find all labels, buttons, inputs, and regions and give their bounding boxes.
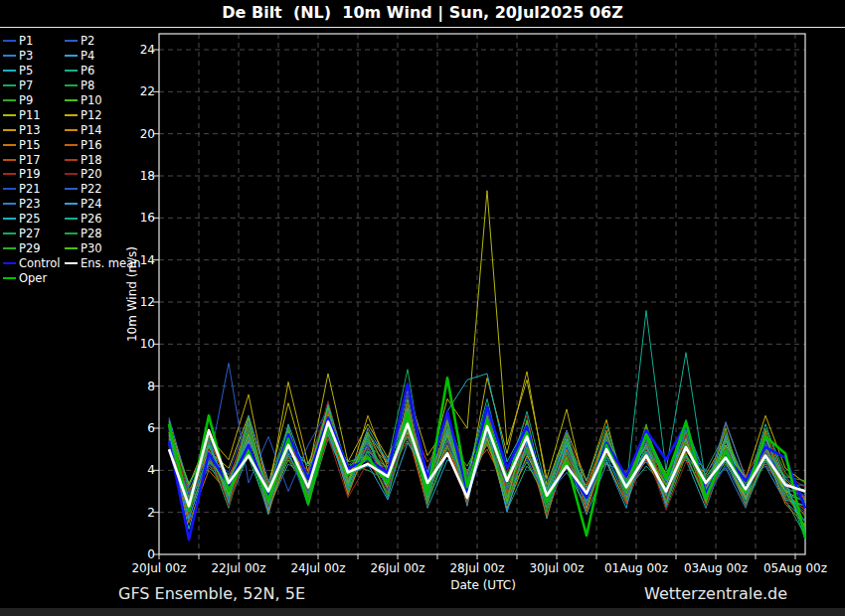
y-tick-label: 20 <box>123 127 155 141</box>
x-tick-label: 26Jul 00z <box>361 561 434 575</box>
y-tick-label: 2 <box>123 506 155 520</box>
y-tick-label: 12 <box>123 295 155 309</box>
site-credit-text: Wetterzentrale.de <box>644 584 787 603</box>
model-info-text: GFS Ensemble, 52N, 5E <box>118 584 305 603</box>
x-tick-label: 22Jul 00z <box>202 561 275 575</box>
x-tick-label: 05Aug 00z <box>759 561 832 575</box>
x-tick-label: 24Jul 00z <box>281 561 355 575</box>
x-tick-label: 30Jul 00z <box>520 561 593 575</box>
series-oper <box>169 378 805 538</box>
bottom-strip <box>0 608 845 616</box>
series-p7 <box>169 370 805 536</box>
y-tick-label: 6 <box>123 421 155 435</box>
y-tick-label: 4 <box>123 463 155 477</box>
x-tick-label: 01Aug 00z <box>599 561 673 575</box>
y-tick-label: 8 <box>123 380 155 393</box>
x-tick-label: 03Aug 00z <box>679 561 753 575</box>
meteogram-page: De Bilt (NL) 10m Wind | Sun, 20Jul2025 0… <box>0 0 845 616</box>
x-tick-label: 20Jul 00z <box>122 561 196 575</box>
x-axis-label: Date (UTC) <box>423 578 543 592</box>
y-tick-label: 22 <box>123 84 155 98</box>
y-tick-label: 14 <box>123 253 155 267</box>
series-p11 <box>169 191 805 502</box>
y-tick-label: 0 <box>123 547 155 561</box>
y-tick-label: 10 <box>123 337 155 351</box>
y-tick-label: 16 <box>123 211 155 225</box>
x-tick-label: 28Jul 00z <box>440 561 514 575</box>
y-tick-label: 24 <box>123 43 155 57</box>
y-tick-label: 18 <box>123 169 155 183</box>
